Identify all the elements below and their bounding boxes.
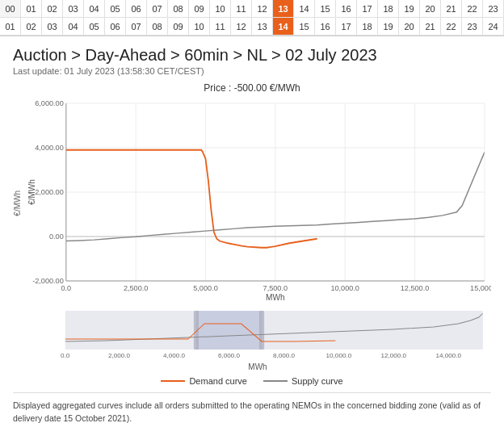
supply-legend-item: Supply curve [263, 376, 343, 386]
chart-legend: Demand curve Supply curve [13, 376, 491, 386]
supply-legend-label: Supply curve [292, 376, 343, 386]
mini-chart-svg: 0.0 2,000.0 4,000.0 6,000.0 8,000.0 10,0… [24, 309, 491, 359]
hour-cell-bottom-0[interactable]: 01 [0, 18, 21, 36]
hour-cell-top-16[interactable]: 16 [336, 0, 357, 18]
svg-text:6,000.0: 6,000.0 [218, 352, 241, 359]
mini-chart-area: 0.0 2,000.0 4,000.0 6,000.0 8,000.0 10,0… [24, 309, 491, 371]
svg-rect-32 [259, 311, 264, 350]
hour-cell-bottom-10[interactable]: 11 [210, 18, 231, 36]
last-update: Last update: 01 July 2023 (13:58:30 CET/… [13, 66, 491, 76]
hour-row-bottom: 0102030405060708091011121314151617181920… [0, 18, 504, 36]
svg-text:8,000.0: 8,000.0 [273, 352, 296, 359]
hour-cell-bottom-9[interactable]: 10 [189, 18, 210, 36]
hour-cell-bottom-1[interactable]: 02 [21, 18, 42, 36]
hour-cell-top-20[interactable]: 20 [420, 0, 441, 18]
demand-legend-item: Demand curve [161, 376, 247, 386]
mini-chart-container: 0.0 2,000.0 4,000.0 6,000.0 8,000.0 10,0… [13, 309, 491, 371]
hour-cell-bottom-5[interactable]: 06 [105, 18, 126, 36]
hour-cell-bottom-11[interactable]: 12 [231, 18, 252, 36]
svg-text:MWh: MWh [266, 293, 285, 302]
hour-cell-bottom-14[interactable]: 15 [294, 18, 315, 36]
hour-cell-bottom-21[interactable]: 22 [441, 18, 462, 36]
svg-text:15,000.0: 15,000.0 [470, 284, 491, 292]
hour-cell-top-14[interactable]: 14 [294, 0, 315, 18]
hour-cell-top-15[interactable]: 15 [315, 0, 336, 18]
svg-text:0.0: 0.0 [61, 352, 70, 359]
hour-cell-bottom-17[interactable]: 18 [357, 18, 378, 36]
svg-text:0.00: 0.00 [49, 232, 64, 241]
hour-cell-top-22[interactable]: 22 [462, 0, 483, 18]
hour-cell-bottom-13[interactable]: 14 [273, 18, 294, 36]
price-display: Price : -500.00 €/MWh [13, 82, 491, 94]
hour-cell-top-6[interactable]: 06 [126, 0, 147, 18]
page-title: Auction > Day-Ahead > 60min > NL > 02 Ju… [13, 46, 491, 65]
hour-cell-bottom-20[interactable]: 21 [420, 18, 441, 36]
hour-cell-bottom-6[interactable]: 07 [126, 18, 147, 36]
svg-text:10,000.0: 10,000.0 [326, 352, 352, 359]
demand-legend-label: Demand curve [189, 376, 247, 386]
svg-text:4,000.0: 4,000.0 [163, 352, 186, 359]
demand-legend-line [161, 380, 185, 382]
svg-rect-30 [196, 311, 262, 350]
svg-text:14,000.0: 14,000.0 [435, 352, 461, 359]
hour-cell-bottom-8[interactable]: 09 [168, 18, 189, 36]
svg-text:0.0: 0.0 [61, 284, 71, 292]
svg-text:2,500.0: 2,500.0 [124, 284, 148, 292]
hour-cell-top-4[interactable]: 04 [84, 0, 105, 18]
hour-cell-top-9[interactable]: 09 [189, 0, 210, 18]
svg-text:€/MWh: €/MWh [27, 179, 36, 205]
hour-cell-top-17[interactable]: 17 [357, 0, 378, 18]
svg-text:12,500.0: 12,500.0 [401, 284, 430, 292]
hour-row-top: 0001020304050607080910111213141516171819… [0, 0, 504, 18]
hour-cell-top-23[interactable]: 23 [483, 0, 504, 18]
hour-cell-top-1[interactable]: 01 [21, 0, 42, 18]
svg-rect-29 [65, 311, 483, 350]
hour-cell-top-18[interactable]: 18 [378, 0, 399, 18]
hour-cell-top-13[interactable]: 13 [273, 0, 294, 18]
hour-cell-bottom-4[interactable]: 05 [84, 18, 105, 36]
hour-cell-bottom-18[interactable]: 19 [378, 18, 399, 36]
hour-cell-bottom-3[interactable]: 04 [63, 18, 84, 36]
svg-text:12,000.0: 12,000.0 [381, 352, 407, 359]
svg-text:4,000.00: 4,000.00 [35, 144, 64, 152]
main-chart-svg: 6,000.004,000.002,000.000.00-2,000.000.0… [23, 97, 491, 307]
hour-cell-top-5[interactable]: 05 [105, 0, 126, 18]
svg-text:5,000.0: 5,000.0 [193, 284, 217, 292]
hour-cell-top-0[interactable]: 00 [0, 0, 21, 18]
svg-text:6,000.00: 6,000.00 [35, 99, 64, 107]
hour-cell-bottom-23[interactable]: 24 [483, 18, 504, 36]
hour-cell-bottom-16[interactable]: 17 [336, 18, 357, 36]
hour-cell-top-11[interactable]: 11 [231, 0, 252, 18]
svg-text:10,000.0: 10,000.0 [330, 284, 359, 292]
y-axis-label: €/MWh [13, 191, 22, 216]
main-chart-container: €/MWh 6,000.004,000.002,000.000.00-2,000… [13, 97, 491, 309]
chart-area: 6,000.004,000.002,000.000.00-2,000.000.0… [23, 97, 491, 309]
hour-cell-top-8[interactable]: 08 [168, 0, 189, 18]
hour-cell-top-21[interactable]: 21 [441, 0, 462, 18]
hour-cell-top-7[interactable]: 07 [147, 0, 168, 18]
hour-cell-bottom-19[interactable]: 20 [399, 18, 420, 36]
svg-text:7,500.0: 7,500.0 [263, 284, 288, 292]
mini-x-label: MWh [24, 362, 491, 371]
hour-cell-bottom-22[interactable]: 23 [462, 18, 483, 36]
svg-text:2,000.0: 2,000.0 [108, 352, 131, 359]
hour-cell-top-2[interactable]: 02 [42, 0, 63, 18]
hour-cell-bottom-2[interactable]: 03 [42, 18, 63, 36]
supply-legend-line [263, 380, 288, 382]
hour-cell-bottom-7[interactable]: 08 [147, 18, 168, 36]
hour-cell-bottom-12[interactable]: 13 [252, 18, 273, 36]
svg-text:2,000.00: 2,000.00 [35, 188, 64, 196]
svg-text:-2,000.00: -2,000.00 [32, 277, 64, 285]
hour-cell-top-19[interactable]: 19 [399, 0, 420, 18]
main-content: Auction > Day-Ahead > 60min > NL > 02 Ju… [0, 36, 504, 423]
hour-cell-top-12[interactable]: 12 [252, 0, 273, 18]
hour-cell-top-3[interactable]: 03 [63, 0, 84, 18]
hour-cell-bottom-15[interactable]: 16 [315, 18, 336, 36]
hour-selector: 0001020304050607080910111213141516171819… [0, 0, 504, 36]
footnote: Displayed aggregated curves include all … [13, 392, 491, 423]
hour-cell-top-10[interactable]: 10 [210, 0, 231, 18]
